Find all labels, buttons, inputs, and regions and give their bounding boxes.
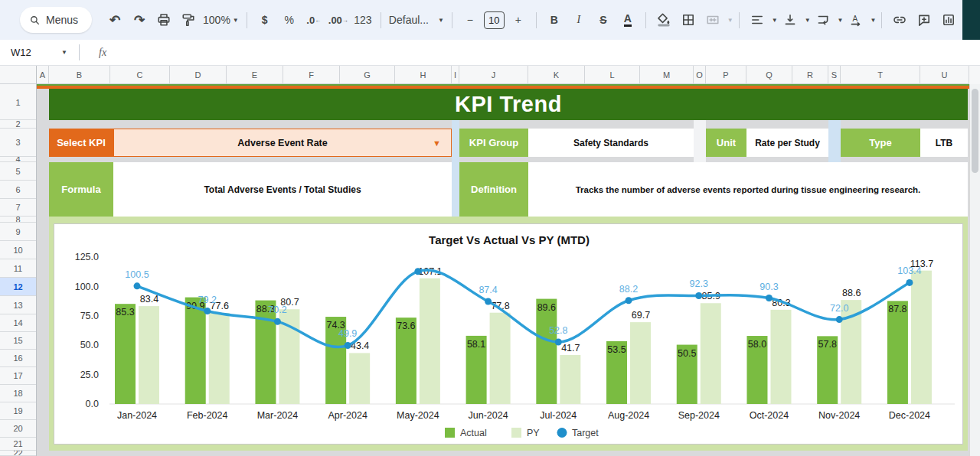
col-header-B[interactable]: B <box>49 66 110 84</box>
target-line <box>137 270 910 347</box>
row-header-21[interactable]: 21 <box>0 438 36 451</box>
insert-chart-button[interactable] <box>939 10 959 30</box>
x-tick-label: Jan-2024 <box>117 410 157 421</box>
font-size-input[interactable]: 10 <box>484 11 505 29</box>
redo-button[interactable]: ↷ <box>129 10 149 30</box>
bold-button[interactable]: B <box>544 10 564 30</box>
print-button[interactable] <box>154 10 174 30</box>
col-header-I[interactable]: I <box>452 66 459 84</box>
text-rotation-caret[interactable]: ▼ <box>871 17 877 24</box>
col-header-A[interactable]: A <box>37 66 49 84</box>
row-header-16[interactable]: 16 <box>0 350 36 367</box>
row-header-13[interactable]: 13 <box>0 296 36 314</box>
col-header-C[interactable]: C <box>110 66 170 84</box>
separator-column-o <box>694 120 706 162</box>
decrease-font-size-button[interactable]: − <box>460 10 480 30</box>
vertical-align-button[interactable] <box>780 10 800 30</box>
py-bar <box>770 310 791 404</box>
row-header-18[interactable]: 18 <box>0 385 36 402</box>
row-header-12[interactable]: 12 <box>0 278 36 296</box>
sheet-content: KPI Trend Select KPI Adverse Event Rate … <box>37 84 980 456</box>
select-all-corner[interactable] <box>0 66 37 84</box>
insert-comment-button[interactable] <box>914 10 934 30</box>
row-header-9[interactable]: 9 <box>0 223 36 241</box>
increase-decimal-button[interactable]: .00→ <box>328 10 348 30</box>
borders-button[interactable] <box>678 10 698 30</box>
row-header-10[interactable]: 10 <box>0 241 36 259</box>
col-header-J[interactable]: J <box>459 66 528 84</box>
dashboard-title: KPI Trend <box>455 92 562 117</box>
strikethrough-button[interactable]: S <box>593 10 613 30</box>
vertical-align-caret[interactable]: ▼ <box>805 17 811 24</box>
row-header-8[interactable]: 8 <box>0 217 36 223</box>
vertical-scrollbar[interactable] <box>969 84 980 456</box>
menus-label: Menus <box>46 14 78 26</box>
col-header-Q[interactable]: Q <box>746 66 792 84</box>
format-currency-button[interactable]: $ <box>255 10 275 30</box>
row-header-3[interactable]: 3 <box>0 129 36 157</box>
col-header-K[interactable]: K <box>528 66 585 84</box>
text-wrap-button[interactable] <box>813 10 833 30</box>
row-header-4[interactable]: 4 <box>0 157 36 162</box>
row-header-6[interactable]: 6 <box>0 181 36 199</box>
actual-bar <box>887 301 908 404</box>
col-header-S[interactable]: S <box>828 66 841 84</box>
row-header-2[interactable]: 2 <box>0 120 36 129</box>
x-tick-label: Mar-2024 <box>257 410 299 421</box>
row-header-15[interactable]: 15 <box>0 332 36 350</box>
row-header-17[interactable]: 17 <box>0 367 36 385</box>
kpi-dropdown[interactable]: Adverse Event Rate ▼ <box>113 129 452 157</box>
decrease-decimal-button[interactable]: .0← <box>304 10 324 30</box>
col-header-O[interactable]: O <box>694 66 706 84</box>
name-box[interactable]: W12 ▼ <box>0 47 74 58</box>
horizontal-align-caret[interactable]: ▼ <box>772 17 778 24</box>
actual-label: 87.8 <box>888 304 906 314</box>
toolbar: Menus ↶ ↷ 100%▼ $ % .0← .00→ 123 Defaul.… <box>0 0 980 40</box>
row-header-11[interactable]: 11 <box>0 259 36 278</box>
row-header-5[interactable]: 5 <box>0 162 36 181</box>
undo-button[interactable]: ↶ <box>105 10 125 30</box>
italic-button[interactable]: I <box>569 10 589 30</box>
row-header-20[interactable]: 20 <box>0 420 36 438</box>
col-header-D[interactable]: D <box>170 66 227 84</box>
text-wrap-caret[interactable]: ▼ <box>838 17 844 24</box>
actual-label: 58.0 <box>748 339 766 350</box>
zoom-select[interactable]: 100%▼ <box>203 10 239 30</box>
increase-font-size-button[interactable]: + <box>508 10 528 30</box>
font-family-select[interactable]: Defaul...▼ <box>389 10 444 30</box>
column-headers: ABCDEFGHIJKLMOPQRSTU <box>0 66 980 84</box>
col-header-E[interactable]: E <box>227 66 283 84</box>
menus-button[interactable]: Menus <box>20 7 92 33</box>
merge-cells-button[interactable] <box>703 10 723 30</box>
unit-value: Rate per Study <box>746 129 828 157</box>
col-header-U[interactable]: U <box>920 66 969 84</box>
col-header-H[interactable]: H <box>395 66 452 84</box>
horizontal-align-button[interactable] <box>747 10 767 30</box>
col-header-T[interactable]: T <box>841 66 920 84</box>
separator-column-i <box>452 120 459 217</box>
format-percent-button[interactable]: % <box>279 10 299 30</box>
col-header-M[interactable]: M <box>640 66 694 84</box>
legend-swatch-target <box>557 428 567 438</box>
row-header-7[interactable]: 7 <box>0 199 36 217</box>
insert-link-button[interactable] <box>890 10 910 30</box>
row-header-14[interactable]: 14 <box>0 314 36 332</box>
text-rotation-button[interactable]: A <box>846 10 866 30</box>
row-header-22[interactable]: 22 <box>0 451 36 456</box>
col-header-P[interactable]: P <box>706 66 746 84</box>
col-header-F[interactable]: F <box>283 66 340 84</box>
text-color-button[interactable]: A <box>624 13 632 27</box>
fill-color-button[interactable] <box>654 10 674 30</box>
kpi-chart[interactable]: Target Vs Actual Vs PY (MTD)0.025.050.07… <box>54 223 963 445</box>
scrollbar-thumb[interactable] <box>972 89 978 173</box>
row-header-19[interactable]: 19 <box>0 402 36 420</box>
y-tick-label: 100.0 <box>75 282 99 292</box>
row-header-1[interactable]: 1 <box>0 85 36 120</box>
target-point <box>204 308 211 314</box>
col-header-R[interactable]: R <box>792 66 828 84</box>
col-header-L[interactable]: L <box>585 66 640 84</box>
more-formats-button[interactable]: 123 <box>353 10 373 30</box>
paint-format-button[interactable] <box>178 10 198 30</box>
merge-cells-caret[interactable]: ▼ <box>727 17 733 24</box>
col-header-G[interactable]: G <box>340 66 395 84</box>
